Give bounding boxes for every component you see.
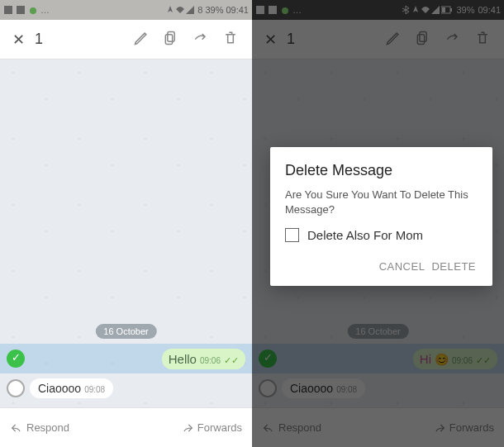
forwards-button[interactable]: Forwards: [181, 421, 242, 435]
respond-label: Respond: [26, 421, 69, 434]
read-ticks-icon: ✓✓: [224, 355, 239, 366]
cloud-icon: [28, 5, 38, 15]
status-notification-icons: …: [3, 5, 50, 15]
selection-count: 1: [35, 31, 43, 48]
dialog-buttons: CANCEL DELETE: [285, 257, 478, 276]
wifi-icon: [176, 6, 184, 14]
svg-rect-0: [4, 6, 12, 14]
delete-for-checkbox-row[interactable]: Delete Also For Mom: [285, 228, 478, 242]
signal-icon: [186, 6, 194, 14]
chat-area[interactable]: 16 October Hello 09:06 ✓✓ Ciaoooo 09:08: [0, 59, 252, 407]
dialog-title: Delete Message: [285, 162, 478, 179]
delete-confirm-button[interactable]: DELETE: [430, 257, 478, 276]
trash-icon: [222, 30, 239, 46]
message-time: 09:06: [200, 356, 221, 365]
android-status-bar: … 8 39% 09:41: [0, 0, 252, 20]
selection-action-bar: ✕ 1: [0, 20, 252, 59]
selection-checkmark-icon[interactable]: [7, 350, 25, 368]
selection-circle-empty[interactable]: [7, 379, 25, 397]
message-row-selected[interactable]: Hello 09:06 ✓✓: [0, 344, 252, 373]
copy-icon: [163, 30, 179, 46]
message-time: 09:08: [84, 385, 105, 394]
forwards-label: Forwards: [197, 421, 242, 434]
delete-button[interactable]: [216, 30, 245, 50]
status-battery-time: 8 39% 09:41: [197, 5, 249, 15]
message-text: Hello: [169, 352, 197, 366]
pencil-icon: [133, 30, 150, 46]
message-row[interactable]: Ciaoooo 09:08: [0, 373, 252, 403]
delete-message-dialog: Delete Message Are You Sure You Want To …: [270, 147, 492, 286]
outgoing-message-bubble[interactable]: Hello 09:06 ✓✓: [162, 349, 245, 369]
cancel-button[interactable]: CANCEL: [378, 257, 427, 276]
checkbox-empty-icon[interactable]: [285, 228, 299, 242]
forward-arrow-icon: [193, 30, 209, 46]
svg-rect-3: [168, 31, 174, 41]
svg-rect-1: [17, 6, 25, 14]
close-selection-button[interactable]: ✕: [7, 31, 30, 49]
location-icon: [166, 6, 174, 14]
screenshot-right-dialog: … 39% 09:41 ✕ 1 16 October Hi😊 09:06: [252, 0, 504, 447]
respond-button[interactable]: Respond: [10, 421, 69, 435]
message-text: Ciaoooo: [38, 382, 81, 395]
checkbox-label: Delete Also For Mom: [307, 228, 423, 242]
reply-arrow-icon: [10, 421, 23, 435]
notification-icon: [16, 5, 26, 15]
forward-arrow-icon: [181, 421, 194, 435]
chat-bottom-actions: Respond Forwards: [0, 407, 252, 447]
status-right-cluster: 8 39% 09:41: [166, 5, 249, 15]
screenshot-left-selection: … 8 39% 09:41 ✕ 1 16 October Hello 09:06…: [0, 0, 252, 447]
forward-button[interactable]: [186, 30, 216, 50]
edit-button[interactable]: [126, 30, 156, 50]
dialog-body: Are You Sure You Want To Delete This Mes…: [285, 188, 478, 216]
copy-button[interactable]: [156, 30, 186, 50]
date-separator: 16 October: [95, 324, 156, 339]
notification-icon: [3, 5, 13, 15]
incoming-message-bubble[interactable]: Ciaoooo 09:08: [30, 378, 113, 398]
svg-rect-4: [165, 34, 172, 44]
svg-point-2: [30, 7, 36, 14]
